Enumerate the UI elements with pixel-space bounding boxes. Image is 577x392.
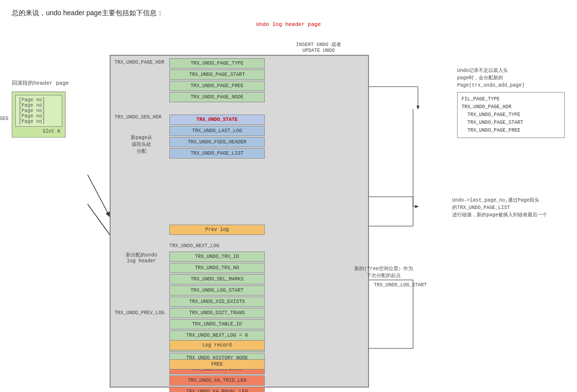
page-no-3: [Page no] [19, 108, 59, 114]
left-section: 回滚段的header page [Page no] [Page no] [Pag… [12, 79, 90, 138]
cell-page-list: TRX_UNDO_PAGE_LIST [169, 148, 265, 159]
cell-page-type: TRX_UNDO_PAGE_TYPE [169, 58, 265, 69]
page-hdr-label: TRX_UNDO_PAGE_HDR [115, 60, 164, 65]
cell-page-start: TRX_UNDO_PAGE_START [169, 69, 265, 80]
trx-prev-log-label: TRX_UNDO_PREV_LOG [115, 310, 164, 316]
new-free-label: 新的(free空间位置）作为下次分配的起点 [345, 265, 423, 279]
cell-state: TRX_UNDO_STATE [169, 115, 265, 125]
intro-text: 总的来说，undo header page主要包括如下信息： [12, 9, 565, 18]
free-section: FREE [169, 359, 265, 370]
cell-trx-id: TRX_UNDO_TRX_ID [169, 252, 265, 262]
log-record-section: Log record [169, 340, 265, 351]
page-hdr-cells: TRX_UNDO_PAGE_TYPE TRX_UNDO_PAGE_START T… [169, 58, 265, 103]
page-no-4: [Page no] [19, 114, 59, 119]
cell-fseg-header: TRX_UNDO_FSEG_HEADER [169, 137, 265, 147]
cell-page-node: TRX_UNDO_PAGE_NODE [169, 92, 265, 102]
ann1-cell-1: FIL_PAGE_TYPE [462, 95, 560, 103]
cell-trx-no: TRX_UNDO_TRX_NO [169, 263, 265, 273]
cell-prev-log: Prev log [169, 225, 265, 235]
annotation1: Undo记录不足以装入头page时，会分配新的Page(trx_undo_add… [457, 67, 565, 143]
page-no-1: [Page no] [19, 97, 59, 103]
cell-xa-bqual-len: TRX_UNDO_XA_BQUAL_LEN [169, 387, 265, 392]
seg-hdr-cells: TRX_UNDO_STATE TRX_UNDO_LAST_LOG TRX_UND… [169, 115, 265, 160]
page-no-2: [Page no] [19, 103, 59, 108]
cell-xid-exists: TRX_UNDO_XID_EXISTS [169, 297, 265, 307]
annotation1-box: FIL_PAGE_TYPE TRX_UNDO_PAGE_HDR TRX_UNDO… [457, 92, 565, 138]
cell-dict-trans: TRX_UNDO_DICT_TRANS [169, 308, 265, 318]
trx-undo-log-start-label: TRX_UNDO_LOG_START [374, 282, 427, 288]
cell-last-log: TRX_UNDO_LAST_LOG [169, 126, 265, 136]
new-undo-label: 新分配的undolog header [115, 252, 168, 264]
ann1-cell-2: TRX_UNDO_PAGE_HDR [462, 103, 560, 111]
cell-table-id: TRX_UNDO_TABLE_ID [169, 319, 265, 329]
trx-rseg-label: TRX_RSEG [0, 116, 8, 121]
annotation1-text: Undo记录不足以装入头page时，会分配新的Page(trx_undo_add… [457, 67, 565, 89]
cell-del-marks: TRX_UNDO_DEL_MARKS [169, 274, 265, 284]
prev-log-section: Prev log [169, 225, 265, 236]
slot-label: Slot N [15, 129, 62, 134]
next-log-label: TRX_UNDO_NEXT_LOG [169, 243, 219, 249]
cell-next-log-0: TRX_UNDO_NEXT_LOG = 0 [169, 330, 265, 341]
rseg-box: [Page no] [Page no] [Page no] [Page no] … [12, 92, 66, 138]
cell-log-record: Log record [169, 340, 265, 350]
svg-line-1 [88, 204, 111, 236]
new-page-label: 新page从该段头处分配 [115, 134, 168, 155]
main-box: TRX_UNDO_PAGE_HDR INSERT UNDO 或者UPDATE U… [110, 55, 369, 388]
page-container: 总的来说，undo header page主要包括如下信息： Undo log … [0, 0, 577, 392]
annotation2: Undo->last_page_no,通过Page段头的TRX_UNDO_PAG… [452, 197, 565, 219]
cell-free: FREE [169, 359, 265, 369]
cell-xa-trid-len: TRX_UNDO_XA_TRID_LEN [169, 375, 265, 386]
cell-log-start: TRX_UNDO_LOG_START [169, 285, 265, 296]
undo-header-cells: TRX_UNDO_TRX_ID TRX_UNDO_TRX_NO TRX_UNDO… [169, 252, 265, 392]
svg-line-0 [88, 175, 110, 216]
page-no-5: [Page no] [19, 119, 59, 124]
annotation2-text: Undo->last_page_no,通过Page段头的TRX_UNDO_PAG… [452, 197, 565, 219]
rseg-inner: [Page no] [Page no] [Page no] [Page no] … [15, 95, 62, 127]
rollback-label: 回滚段的header page [12, 79, 90, 87]
subtitle: Undo log header page [12, 22, 565, 27]
ann1-cell-5: TRX_UNDO_PAGE_FREE [462, 127, 560, 135]
seg-hdr-label: TRX_UNDO_SEG_HDR [115, 115, 162, 120]
insert-label: INSERT UNDO 或者UPDATE UNDO [282, 41, 355, 53]
ann1-cell-4: TRX_UNDO_PAGE_START [462, 119, 560, 127]
ann1-cell-3: TRX_UNDO_PAGE_TYPE [462, 111, 560, 119]
cell-page-free: TRX_UNDO_PAGE_FREE [169, 81, 265, 91]
diagram-area: 回滚段的header page [Page no] [Page no] [Pag… [12, 30, 570, 378]
